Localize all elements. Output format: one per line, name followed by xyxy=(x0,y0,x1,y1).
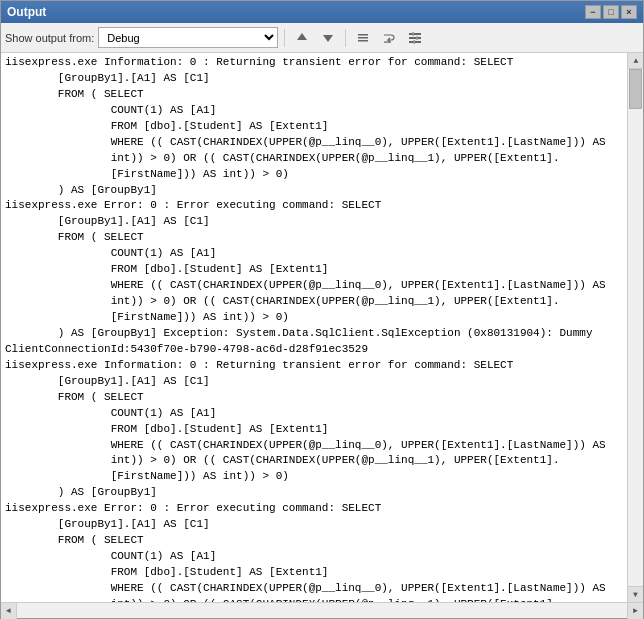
scroll-up-button[interactable] xyxy=(291,27,313,49)
horizontal-scrollbar: ◄ ► xyxy=(1,602,643,618)
title-bar: Output − □ × xyxy=(1,1,643,23)
svg-rect-10 xyxy=(416,36,418,39)
toolbar: Show output from: Debug Build General xyxy=(1,23,643,53)
scroll-up-icon xyxy=(295,31,309,45)
svg-rect-3 xyxy=(358,37,368,39)
svg-rect-2 xyxy=(358,34,368,36)
scroll-down-icon xyxy=(321,31,335,45)
close-button[interactable]: × xyxy=(621,5,637,19)
svg-rect-6 xyxy=(409,33,421,35)
svg-rect-4 xyxy=(358,40,368,42)
scroll-up-arrow[interactable]: ▲ xyxy=(628,53,643,69)
output-text[interactable]: iisexpress.exe Information: 0 : Returnin… xyxy=(1,53,627,602)
scroll-down-button[interactable] xyxy=(317,27,339,49)
content-area: iisexpress.exe Information: 0 : Returnin… xyxy=(1,53,643,602)
word-wrap-icon xyxy=(382,31,396,45)
window-title: Output xyxy=(7,5,46,19)
svg-rect-5 xyxy=(384,41,391,42)
svg-rect-11 xyxy=(413,40,415,43)
word-wrap-button[interactable] xyxy=(378,27,400,49)
toolbar-separator-2 xyxy=(345,29,346,47)
scroll-down-arrow[interactable]: ▼ xyxy=(628,586,643,602)
toolbar-separator-1 xyxy=(284,29,285,47)
minimize-button[interactable]: − xyxy=(585,5,601,19)
svg-rect-9 xyxy=(412,32,414,35)
h-scroll-left-arrow[interactable]: ◄ xyxy=(1,603,17,619)
show-output-label: Show output from: xyxy=(5,32,94,44)
scroll-thumb[interactable] xyxy=(629,69,642,109)
h-scroll-right-arrow[interactable]: ► xyxy=(627,603,643,619)
title-bar-buttons: − □ × xyxy=(585,5,637,19)
settings-button[interactable] xyxy=(404,27,426,49)
svg-marker-1 xyxy=(323,35,333,42)
vertical-scrollbar[interactable]: ▲ ▼ xyxy=(627,53,643,602)
settings-icon xyxy=(408,31,422,45)
output-window: Output − □ × Show output from: Debug Bui… xyxy=(0,0,644,619)
clear-icon xyxy=(356,31,370,45)
clear-output-button[interactable] xyxy=(352,27,374,49)
output-source-select[interactable]: Debug Build General xyxy=(98,27,278,48)
restore-button[interactable]: □ xyxy=(603,5,619,19)
svg-rect-7 xyxy=(409,37,421,39)
svg-marker-0 xyxy=(297,33,307,40)
